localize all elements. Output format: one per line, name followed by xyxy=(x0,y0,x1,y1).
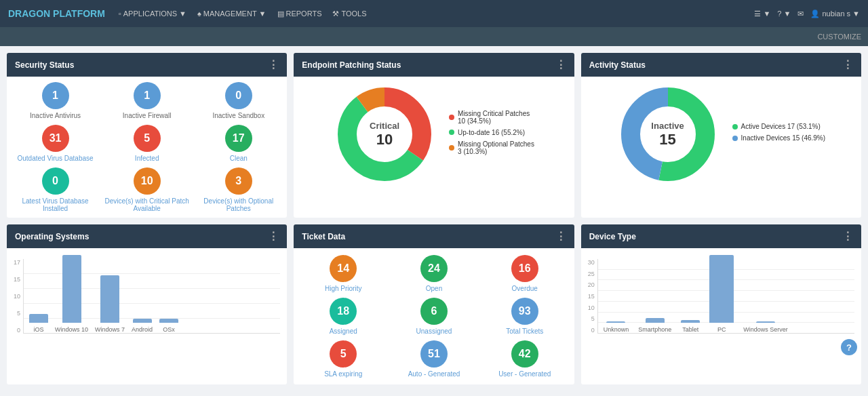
ticket-unassigned: 6 Unassigned xyxy=(391,298,477,335)
activity-status-menu[interactable]: ⋮ xyxy=(842,58,853,71)
label-optional-patches: Missing Optional Patches3 (10.3%) xyxy=(458,140,534,155)
link-assigned[interactable]: Assigned xyxy=(330,328,357,335)
bar-smartphone-label: Smartphone xyxy=(638,326,671,333)
badge-high-priority: 14 xyxy=(330,255,357,282)
ticket-sla: 5 SLA expiring xyxy=(300,340,386,378)
brand-dragon: DRAGON xyxy=(8,8,50,19)
brand: DRAGON PLATFORM xyxy=(8,8,105,19)
ticket-data-header: Ticket Data ⋮ xyxy=(294,224,574,248)
badge-user-gen: 42 xyxy=(511,340,538,368)
link-total[interactable]: Total Tickets xyxy=(506,328,543,335)
device-type-panel: Device Type ⋮ 0 5 10 15 20 25 30 xyxy=(581,224,861,384)
link-auto-gen[interactable]: Auto - Generated xyxy=(408,370,460,378)
y-5: 5 xyxy=(14,310,20,317)
link-unassigned[interactable]: Unassigned xyxy=(416,328,452,335)
ticket-data-menu[interactable]: ⋮ xyxy=(555,230,566,243)
os-header: Operating Systems ⋮ xyxy=(7,224,287,248)
help-button[interactable]: ? xyxy=(841,339,857,355)
device-bars: Unknown Smartphone Tablet xyxy=(597,259,854,334)
bar-windows10: Windows 10 xyxy=(55,255,88,333)
bar-android-bar xyxy=(133,319,152,323)
bar-unknown-bar xyxy=(606,321,625,323)
dot-inactive-devices xyxy=(732,136,738,141)
badge-open: 24 xyxy=(420,255,448,282)
ticket-assigned: 18 Assigned xyxy=(300,298,386,335)
bar-osx-label: OSx xyxy=(163,326,175,333)
link-optional-patches[interactable]: Device(s) with Optional Patches xyxy=(195,197,281,212)
dashboard: Security Status ⋮ 1 Inactive Antivirus 1… xyxy=(0,46,868,391)
badge-inactive-firewall: 1 xyxy=(134,82,161,109)
bar-ios: iOS xyxy=(29,314,48,333)
dy-25: 25 xyxy=(588,271,595,277)
security-status-header: Security Status ⋮ xyxy=(7,53,287,77)
y-15: 15 xyxy=(14,276,20,283)
link-latest-virus[interactable]: Latest Virus Database Installed xyxy=(12,197,98,212)
link-outdated-virus[interactable]: Outdated Virus Database xyxy=(18,155,94,162)
security-item-outdated-virus: 31 Outdated Virus Database xyxy=(12,125,98,162)
link-overdue[interactable]: Overdue xyxy=(512,285,538,292)
link-high-priority[interactable]: High Priority xyxy=(325,285,361,292)
bar-android: Android xyxy=(132,319,153,333)
badge-assigned: 18 xyxy=(330,298,357,325)
link-critical-patch[interactable]: Device(s) with Critical Patch Available xyxy=(104,197,190,212)
activity-status-title: Activity Status xyxy=(589,60,646,70)
bar-tablet: Tablet xyxy=(681,320,700,333)
customize-bar: CUSTOMIZE xyxy=(0,27,868,46)
bar-smartphone-bar xyxy=(646,318,665,323)
dy-5: 5 xyxy=(588,315,595,322)
badge-clean: 17 xyxy=(225,125,252,152)
activity-donut-num: 15 xyxy=(651,131,684,148)
legend-active-devices: Active Devices 17 (53.1%) xyxy=(732,123,826,130)
nav-management[interactable]: ♠ MANAGEMENT ▼ xyxy=(197,9,267,18)
menu-icon[interactable]: ☰ ▼ xyxy=(754,9,770,18)
endpoint-donut-num: 10 xyxy=(370,131,399,148)
security-item-latest-virus: 0 Latest Virus Database Installed xyxy=(12,167,98,212)
dy-15: 15 xyxy=(588,293,595,300)
bar-windows10-label: Windows 10 xyxy=(55,326,88,333)
dy-10: 10 xyxy=(588,304,595,311)
device-type-header: Device Type ⋮ xyxy=(581,224,861,248)
nav-applications[interactable]: ▫ APPLICATIONS ▼ xyxy=(119,9,186,18)
nav-reports[interactable]: ▤ REPORTS xyxy=(277,9,322,18)
badge-inactive-sandbox: 0 xyxy=(225,82,252,109)
help-icon[interactable]: ? ▼ xyxy=(777,9,791,18)
device-type-menu[interactable]: ⋮ xyxy=(842,230,853,243)
bar-ios-label: iOS xyxy=(34,326,44,333)
os-menu[interactable]: ⋮ xyxy=(268,230,279,243)
security-status-menu[interactable]: ⋮ xyxy=(268,58,279,71)
user-menu[interactable]: 👤 nubian s ▼ xyxy=(810,9,860,18)
link-clean[interactable]: Clean xyxy=(230,155,248,162)
dot-missing-critical xyxy=(449,115,454,120)
nav-tools[interactable]: ⚒ TOOLS xyxy=(332,9,366,18)
notif-icon[interactable]: ✉ xyxy=(797,9,804,18)
ticket-open: 24 Open xyxy=(391,255,477,292)
ticket-data-title: Ticket Data xyxy=(302,232,345,241)
link-user-gen[interactable]: User - Generated xyxy=(498,370,551,378)
link-infected[interactable]: Infected xyxy=(135,155,159,162)
ticket-total: 93 Total Tickets xyxy=(482,298,568,335)
endpoint-donut-label: Critical 10 xyxy=(370,121,399,148)
endpoint-patching-menu[interactable]: ⋮ xyxy=(555,58,566,71)
y-17: 17 xyxy=(14,259,20,266)
bar-pc: PC xyxy=(709,255,734,333)
badge-critical-patch: 10 xyxy=(134,167,161,195)
security-grid: 1 Inactive Antivirus 1 Inactive Firewall… xyxy=(7,77,287,218)
ticket-high-priority: 14 High Priority xyxy=(300,255,386,292)
security-item-optional-patches: 3 Device(s) with Optional Patches xyxy=(195,167,281,212)
endpoint-patching-donut: Critical 10 xyxy=(334,83,435,185)
os-body: 0 5 10 15 17 iOS Windows 10 xyxy=(7,248,287,340)
customize-link[interactable]: CUSTOMIZE xyxy=(817,33,861,41)
dot-optional-patches xyxy=(449,145,454,151)
link-open[interactable]: Open xyxy=(426,285,442,292)
os-bars: iOS Windows 10 Windows 7 A xyxy=(23,259,280,334)
label-missing-critical: Missing Critical Patches10 (34.5%) xyxy=(458,110,530,125)
os-title: Operating Systems xyxy=(15,232,89,241)
link-sla[interactable]: SLA expiring xyxy=(324,370,362,378)
y-10: 10 xyxy=(14,293,20,300)
label-active-devices: Active Devices 17 (53.1%) xyxy=(741,123,821,130)
legend-uptodate: Up-to-date 16 (55.2%) xyxy=(449,129,534,136)
label-uptodate: Up-to-date 16 (55.2%) xyxy=(458,129,525,136)
activity-legend: Active Devices 17 (53.1%) Inactive Devic… xyxy=(732,123,826,146)
nav-links: ▫ APPLICATIONS ▼ ♠ MANAGEMENT ▼ ▤ REPORT… xyxy=(119,9,755,18)
security-item-inactive-sandbox: 0 Inactive Sandbox xyxy=(195,82,281,119)
